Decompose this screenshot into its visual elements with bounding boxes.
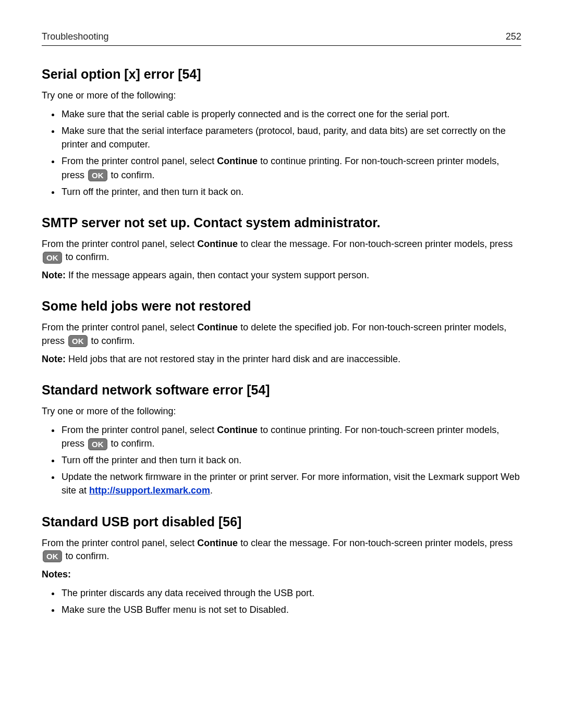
paragraph: From the printer control panel, select C… [42,321,521,347]
continue-label: Continue [217,156,258,166]
list-item: Turn off the printer and then turn it ba… [60,453,521,467]
bullet-list: The printer discards any data received t… [42,586,521,616]
heading-standard-network-error: Standard network software error [54] [42,382,521,398]
list-item: From the printer control panel, select C… [60,154,521,181]
bullet-list: From the printer control panel, select C… [42,423,521,497]
continue-label: Continue [197,538,238,548]
text-fragment: to clear the message. For non‑touch‑scre… [238,239,512,249]
text-fragment: From the printer control panel, select [42,239,197,249]
list-item: Make sure that the serial interface para… [60,124,521,151]
paragraph: From the printer control panel, select C… [42,537,521,563]
text-fragment: to confirm. [89,336,135,346]
list-item: Make sure the USB Buffer menu is not set… [60,603,521,616]
intro-text: Try one or more of the following: [42,89,521,102]
continue-label: Continue [217,425,258,435]
header-page-number: 252 [506,31,521,42]
continue-label: Continue [197,322,238,332]
paragraph: From the printer control panel, select C… [42,238,521,264]
list-item: Make sure that the serial cable is prope… [60,107,521,121]
heading-smtp-not-setup: SMTP server not set up. Contact system a… [42,215,521,230]
note-paragraph: Note: If the message appears again, then… [42,269,521,282]
note-text: Held jobs that are not restored stay in … [66,354,400,364]
continue-label: Continue [197,239,238,249]
note-text: If the message appears again, then conta… [66,270,369,280]
text-fragment: From the printer control panel, select [42,538,197,548]
ok-button-icon: OK [68,335,88,347]
list-item: From the printer control panel, select C… [60,423,521,450]
header-section: Troubleshooting [42,31,108,42]
list-item: Update the network firmware in the print… [60,470,521,497]
ok-button-icon: OK [43,550,62,562]
list-item: The printer discards any data received t… [60,586,521,600]
support-link[interactable]: http://support.lexmark.com [89,485,210,496]
ok-button-icon: OK [88,438,107,450]
text-fragment: From the printer control panel, select [42,322,197,332]
intro-text: Try one or more of the following: [42,405,521,418]
bullet-list: Make sure that the serial cable is prope… [42,107,521,199]
note-label: Note: [42,270,66,280]
text-fragment: to clear the message. For non‑touch‑scre… [238,538,512,548]
notes-label: Notes: [42,568,521,581]
text-fragment: to confirm. [63,551,109,561]
heading-held-jobs-not-restored: Some held jobs were not restored [42,299,521,314]
list-item: Turn off the printer, and then turn it b… [60,185,521,199]
page: Troubleshooting 252 Serial option [x] er… [0,0,563,654]
text-fragment: to confirm. [108,438,155,449]
text-fragment: . [210,485,213,496]
page-header: Troubleshooting 252 [42,31,521,46]
text-fragment: to confirm. [63,252,109,262]
heading-standard-usb-disabled: Standard USB port disabled [56] [42,514,521,529]
ok-button-icon: OK [43,252,62,264]
note-label: Note: [42,354,66,364]
text-fragment: From the printer control panel, select [62,156,217,166]
ok-button-icon: OK [88,169,107,181]
heading-serial-option-error: Serial option [x] error [54] [42,67,521,82]
text-fragment: From the printer control panel, select [62,425,217,435]
note-paragraph: Note: Held jobs that are not restored st… [42,353,521,366]
text-fragment: to confirm. [108,170,155,180]
